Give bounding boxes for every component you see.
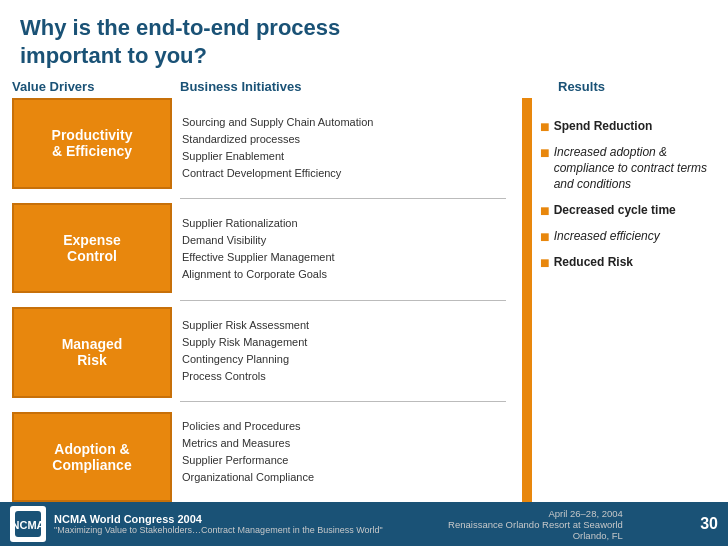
result-text: Spend Reduction: [554, 118, 653, 134]
result-text: Decreased cycle time: [554, 202, 676, 218]
result-bullet-icon: ■: [540, 203, 550, 219]
initiative-group-3: Supplier Risk Assessment Supply Risk Man…: [180, 300, 506, 401]
initiative-group-2: Supplier Rationalization Demand Visibili…: [180, 198, 506, 299]
title-line1: Why is the end-to-end process: [20, 15, 340, 40]
initiative-item: Supply Risk Management: [180, 334, 506, 351]
svg-text:NCMA: NCMA: [13, 519, 43, 531]
footer-event-city: Orlando, FL: [573, 530, 623, 541]
initiative-group-1: Sourcing and Supply Chain Automation Sta…: [180, 98, 506, 198]
initiative-item: Policies and Procedures: [180, 418, 506, 435]
value-drivers-col: Productivity& Efficiency ExpenseControl …: [12, 98, 172, 502]
initiative-item: Supplier Rationalization: [180, 215, 506, 232]
initiative-item: Supplier Risk Assessment: [180, 317, 506, 334]
result-reduced-risk: ■ Reduced Risk: [540, 254, 718, 271]
footer-org-name: NCMA World Congress 2004: [54, 513, 383, 525]
footer-org-block: NCMA World Congress 2004 "Maximizing Val…: [54, 513, 383, 535]
driver-productivity: Productivity& Efficiency: [12, 98, 172, 189]
initiative-item: Supplier Enablement: [180, 148, 506, 165]
ncma-logo: NCMA: [10, 506, 46, 542]
initiative-item: Process Controls: [180, 368, 506, 385]
result-decreased-cycle: ■ Decreased cycle time: [540, 202, 718, 219]
business-initiatives-col: Sourcing and Supply Chain Automation Sta…: [172, 98, 514, 502]
initiative-item: Contingency Planning: [180, 351, 506, 368]
initiative-item: Effective Supplier Management: [180, 249, 506, 266]
initiative-item: Alignment to Corporate Goals: [180, 266, 506, 283]
footer-event-date: April 26–28, 2004: [548, 508, 622, 519]
column-headers: Value Drivers Business Initiatives Resul…: [0, 77, 728, 98]
driver-adoption: Adoption &Compliance: [12, 412, 172, 503]
title-line2: important to you?: [20, 43, 207, 68]
header-business: Business Initiatives: [172, 79, 540, 94]
initiative-item: Contract Development Efficiency: [180, 165, 506, 182]
result-spend-reduction: ■ Spend Reduction: [540, 118, 718, 135]
driver-expense: ExpenseControl: [12, 203, 172, 294]
initiative-item: Demand Visibility: [180, 232, 506, 249]
initiative-item: Sourcing and Supply Chain Automation: [180, 114, 506, 131]
result-bullet-icon: ■: [540, 255, 550, 271]
logo-svg: NCMA: [13, 509, 43, 539]
header: Why is the end-to-end process important …: [0, 0, 728, 77]
header-value-drivers: Value Drivers: [12, 79, 172, 94]
main-body: Productivity& Efficiency ExpenseControl …: [0, 98, 728, 502]
footer-event-venue: Renaissance Orlando Resort at Seaworld: [448, 519, 623, 530]
result-text: Reduced Risk: [554, 254, 633, 270]
footer-left: NCMA NCMA World Congress 2004 "Maximizin…: [10, 506, 383, 542]
footer-org-subtitle: "Maximizing Value to Stakeholders…Contra…: [54, 525, 383, 535]
initiative-item: Organizational Compliance: [180, 469, 506, 486]
result-text: Increased adoption & compliance to contr…: [554, 144, 718, 193]
result-increased-adoption: ■ Increased adoption & compliance to con…: [540, 144, 718, 193]
result-bullet-icon: ■: [540, 145, 550, 161]
footer: NCMA NCMA World Congress 2004 "Maximizin…: [0, 502, 728, 546]
initiative-item: Metrics and Measures: [180, 435, 506, 452]
slide: Why is the end-to-end process important …: [0, 0, 728, 546]
initiative-group-4: Policies and Procedures Metrics and Meas…: [180, 401, 506, 502]
result-bullet-icon: ■: [540, 229, 550, 245]
driver-managed-risk: ManagedRisk: [12, 307, 172, 398]
result-increased-efficiency: ■ Increased efficiency: [540, 228, 718, 245]
slide-number: 30: [700, 515, 718, 533]
result-bullet-icon: ■: [540, 119, 550, 135]
initiative-item: Supplier Performance: [180, 452, 506, 469]
results-col: ■ Spend Reduction ■ Increased adoption &…: [540, 98, 718, 502]
header-results: Results: [540, 79, 718, 94]
footer-event-info: April 26–28, 2004 Renaissance Orlando Re…: [448, 508, 623, 541]
result-text: Increased efficiency: [554, 228, 660, 244]
title: Why is the end-to-end process important …: [20, 14, 708, 69]
orange-bar: [522, 98, 532, 502]
initiative-item: Standardized processes: [180, 131, 506, 148]
